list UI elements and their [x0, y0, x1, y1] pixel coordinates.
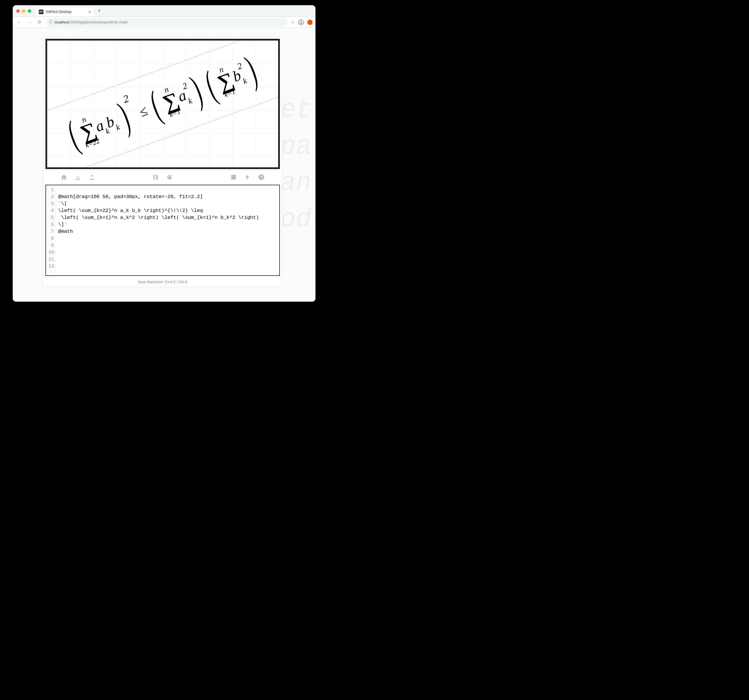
browser-tab[interactable]: GP GitPitch Desktop ×	[36, 8, 94, 16]
editor-toolbar: ?	[43, 171, 282, 185]
page-content: et pa an od( ( n ∑ k=22 akb	[13, 28, 315, 302]
profile-icon[interactable]	[298, 19, 304, 25]
url-text: localhost:9000/gitpitch/desktop/edit?p=m…	[55, 20, 128, 25]
forward-button[interactable]: →	[26, 18, 33, 26]
footer-hint: Save Markdown: Cmd-S / Ctrl-S	[43, 278, 282, 287]
code-content[interactable]: @math[drag=100 50, pad=30px, rotate=-20,…	[56, 185, 279, 275]
extension-icon[interactable]: ↑	[307, 20, 313, 25]
refresh-icon[interactable]	[166, 174, 173, 181]
browser-tab-strip: GP GitPitch Desktop × +	[13, 5, 315, 17]
svg-text:?: ?	[260, 175, 263, 179]
slide-preview[interactable]: ( n ∑ k=22 akbk ) 2 ≤ (	[46, 39, 280, 169]
background-code-snippet: et pa an od(	[280, 92, 315, 238]
reload-button[interactable]: ⟳	[37, 18, 43, 26]
site-info-icon[interactable]: ⓘ	[49, 20, 52, 25]
home-icon[interactable]	[61, 174, 67, 181]
upload-icon[interactable]	[88, 174, 95, 181]
code-editor[interactable]: 1 2 3 4 5 6 7 8 9 10 11 12 @math[drag=10…	[46, 185, 280, 276]
address-bar[interactable]: ⓘ localhost:9000/gitpitch/desktop/edit?p…	[46, 18, 287, 26]
line-number-gutter: 1 2 3 4 5 6 7 8 9 10 11 12	[46, 185, 56, 275]
bolt-icon[interactable]	[244, 174, 251, 181]
save-icon[interactable]	[152, 174, 159, 181]
new-tab-button[interactable]: +	[96, 8, 103, 14]
maximize-window-button[interactable]	[28, 9, 31, 13]
tab-favicon: GP	[39, 9, 43, 14]
back-button[interactable]: ←	[15, 18, 23, 26]
browser-actions: ☆ ↑	[290, 19, 313, 25]
editor-panel: ( n ∑ k=22 akbk ) 2 ≤ (	[43, 37, 282, 287]
tab-title: GitPitch Desktop	[46, 10, 86, 14]
browser-window: GP GitPitch Desktop × + ← → ⟳ ⓘ localhos…	[13, 5, 315, 302]
close-tab-icon[interactable]: ×	[89, 9, 91, 14]
download-icon[interactable]	[74, 174, 81, 181]
window-controls	[16, 9, 31, 13]
browser-toolbar: ← → ⟳ ⓘ localhost:9000/gitpitch/desktop/…	[13, 17, 315, 28]
help-icon[interactable]: ?	[258, 174, 265, 181]
star-icon[interactable]: ☆	[290, 19, 295, 25]
image-icon[interactable]	[230, 174, 237, 181]
close-window-button[interactable]	[16, 9, 20, 13]
minimize-window-button[interactable]	[22, 9, 26, 13]
svg-point-0	[300, 21, 302, 22]
